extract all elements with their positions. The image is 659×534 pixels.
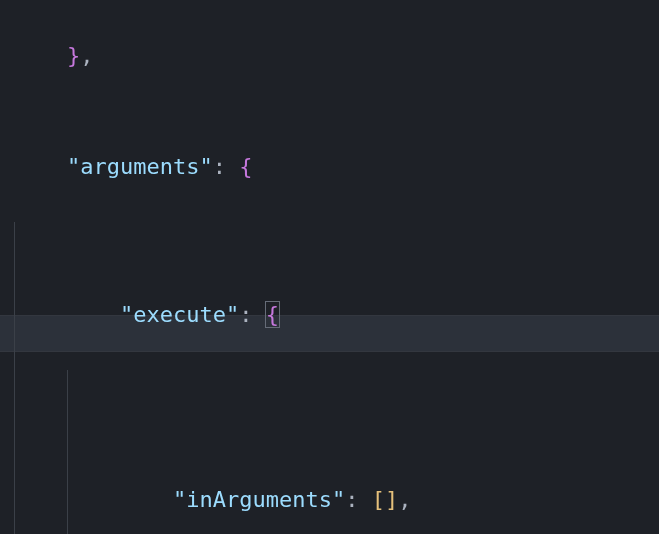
- code-line: "inArguments": [],: [0, 370, 659, 534]
- colon-token: :: [213, 154, 226, 179]
- open-brace-token-matched: {: [265, 301, 280, 328]
- colon-token: :: [345, 487, 358, 512]
- open-brace-token: {: [239, 154, 252, 179]
- close-bracket-token: ]: [385, 487, 398, 512]
- open-bracket-token: [: [372, 487, 385, 512]
- code-line: },: [0, 0, 659, 111]
- code-line: "arguments": {: [0, 111, 659, 222]
- comma-token: ,: [80, 43, 93, 68]
- colon-token: :: [239, 302, 252, 327]
- key-inArguments: "inArguments": [173, 487, 345, 512]
- key-arguments: "arguments": [67, 154, 213, 179]
- code-editor[interactable]: }, "arguments": { "execute": { "inArgume…: [0, 0, 659, 534]
- close-brace-token: }: [67, 43, 80, 68]
- key-execute: "execute": [120, 302, 239, 327]
- comma-token: ,: [398, 487, 411, 512]
- code-line: "execute": {: [0, 222, 659, 370]
